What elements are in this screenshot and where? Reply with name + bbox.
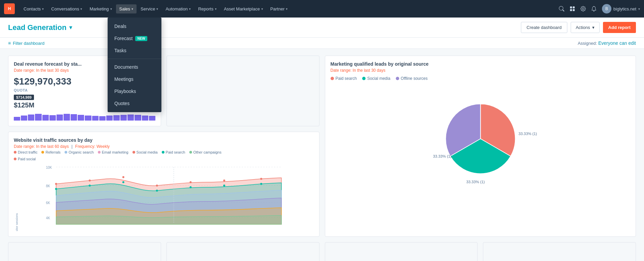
dropdown-item-tasks[interactable]: Tasks	[108, 44, 161, 57]
nav-contacts[interactable]: Contacts ▾	[20, 4, 47, 13]
nav-marketing[interactable]: Marketing ▾	[86, 4, 115, 13]
chevron-down-icon: ▾	[42, 7, 44, 11]
dropdown-item-quotes[interactable]: Quotes	[108, 97, 161, 109]
paid-search-dot	[331, 77, 334, 80]
bar-item	[120, 115, 127, 121]
social-media-traffic-dot	[132, 151, 135, 154]
actions-chevron-icon: ▾	[592, 25, 595, 30]
bar-item	[49, 115, 56, 121]
bar-item	[135, 115, 141, 121]
y-label-10k: 10K	[46, 166, 52, 169]
legend-social-media: Social media	[362, 76, 390, 81]
data-point-teal	[190, 186, 192, 188]
bar-item	[21, 116, 27, 121]
title-dropdown-chevron[interactable]: ▾	[69, 24, 72, 31]
data-point-teal	[223, 185, 225, 187]
legend-paid-search-traffic: Paid search	[162, 150, 185, 154]
chevron-down-icon: ▾	[110, 7, 112, 11]
grid-icon[interactable]	[570, 6, 575, 11]
bottom-placeholder-4	[483, 242, 636, 261]
traffic-meta: Date range: In the last 60 days | Freque…	[14, 144, 314, 149]
page-title-text: Lead Generation	[8, 23, 67, 32]
nav-items: Contacts ▾ Conversations ▾ Marketing ▾ S…	[20, 4, 559, 13]
mql-card: Marketing qualified leads by original so…	[325, 56, 636, 237]
sales-dropdown-menu: Deals Forecast NEW Tasks Documents Meeti…	[108, 18, 161, 112]
traffic-legend-row2: Paid social	[14, 157, 314, 161]
paid-social-dot	[14, 158, 16, 160]
legend-other-campaigns: Other campaigns	[189, 150, 222, 154]
nav-partner[interactable]: Partner ▾	[267, 4, 291, 13]
nav-right-icons: B biglytics.net ▾	[559, 4, 640, 13]
dropdown-item-deals[interactable]: Deals	[108, 20, 161, 32]
dropdown-item-documents[interactable]: Documents	[108, 61, 161, 73]
dropdown-item-forecast[interactable]: Forecast NEW	[108, 32, 161, 44]
y-label-8k: 8K	[46, 184, 50, 188]
chevron-down-icon: ▾	[215, 7, 217, 11]
nav-automation[interactable]: Automation ▾	[162, 4, 194, 13]
sub-header-actions: Create dashboard Actions ▾ Add report	[521, 22, 636, 33]
sub-header: Lead Generation ▾ Create dashboard Actio…	[0, 18, 644, 38]
pie-chart-container: 33.33% (1) 33.33% (1) 33.33% (1)	[331, 85, 631, 193]
create-dashboard-button[interactable]: Create dashboard	[521, 22, 567, 33]
offline-sources-dot	[396, 77, 399, 80]
bar-item	[99, 116, 106, 121]
chevron-down-icon: ▾	[638, 7, 640, 11]
nav-service[interactable]: Service ▾	[137, 4, 161, 13]
filter-dashboard-button[interactable]: ≡ Filter dashboard	[8, 40, 44, 46]
deal-bar-chart	[14, 111, 155, 121]
traffic-card-title: Website visit traffic sources by day	[14, 137, 314, 143]
filter-icon: ≡	[8, 40, 11, 46]
bar-item	[113, 115, 120, 121]
top-navigation: H Contacts ▾ Conversations ▾ Marketing ▾…	[0, 0, 644, 18]
svg-text:H: H	[8, 6, 11, 11]
bar-item	[14, 117, 20, 121]
data-point-teal	[89, 185, 91, 187]
chevron-down-icon: ▾	[261, 7, 263, 11]
bottom-placeholder-3	[325, 242, 478, 261]
filter-bar: ≡ Filter dashboard Assigned: Everyone ca…	[0, 38, 644, 49]
traffic-frequency: Frequency: Weekly	[75, 144, 110, 149]
nav-conversations[interactable]: Conversations ▾	[48, 4, 85, 13]
chevron-down-icon: ▾	[189, 7, 191, 11]
mql-card-date: Date range: In the last 30 days	[331, 68, 631, 73]
placeholder-card-2	[166, 56, 319, 126]
bar-item	[127, 115, 134, 121]
chevron-down-icon: ▾	[131, 7, 133, 11]
user-account[interactable]: B biglytics.net ▾	[602, 4, 640, 13]
y-label-6k: 6K	[46, 201, 50, 205]
actions-button[interactable]: Actions ▾	[571, 22, 600, 33]
bottom-placeholder-1	[8, 242, 161, 261]
bar-item	[71, 114, 77, 121]
data-point	[55, 183, 57, 185]
settings-icon[interactable]	[580, 6, 586, 11]
traffic-legend-row1: Direct traffic Referrals Organic search …	[14, 150, 314, 154]
pie-label-left: 33.33% (1)	[433, 154, 451, 158]
traffic-chart-svg: 10K 8K 6K 4K	[14, 164, 314, 231]
search-icon[interactable]	[559, 6, 564, 11]
hubspot-logo[interactable]: H	[4, 3, 15, 14]
data-point-teal	[156, 190, 158, 192]
add-report-button[interactable]: Add report	[603, 22, 636, 33]
data-point	[156, 185, 158, 187]
data-point-teal	[55, 188, 57, 190]
bottom-placeholder-2	[166, 242, 319, 261]
data-point	[190, 181, 192, 183]
nav-asset-marketplace[interactable]: Asset Marketplace ▾	[221, 4, 266, 13]
website-traffic-card: Website visit traffic sources by day Dat…	[8, 132, 319, 237]
traffic-chart-area: 10K 8K 6K 4K	[14, 164, 314, 231]
pie-label-right: 33.33% (1)	[518, 132, 537, 136]
legend-direct-traffic: Direct traffic	[14, 150, 37, 154]
pie-chart-svg: 33.33% (1) 33.33% (1) 33.33% (1)	[331, 85, 631, 193]
everyone-can-edit-link[interactable]: Everyone can edit	[598, 40, 636, 46]
data-point	[89, 180, 91, 182]
y-label-4k: 4K	[46, 216, 50, 220]
organic-search-dot	[65, 151, 67, 154]
bar-item	[142, 116, 148, 121]
nav-reports[interactable]: Reports ▾	[195, 4, 220, 13]
dropdown-item-meetings[interactable]: Meetings	[108, 73, 161, 85]
social-media-dot	[362, 77, 366, 80]
mql-legend: Paid search Social media Offline sources	[331, 76, 631, 81]
dropdown-item-playbooks[interactable]: Playbooks	[108, 85, 161, 97]
notification-icon[interactable]	[591, 6, 597, 11]
nav-sales[interactable]: Sales ▾	[116, 4, 137, 13]
